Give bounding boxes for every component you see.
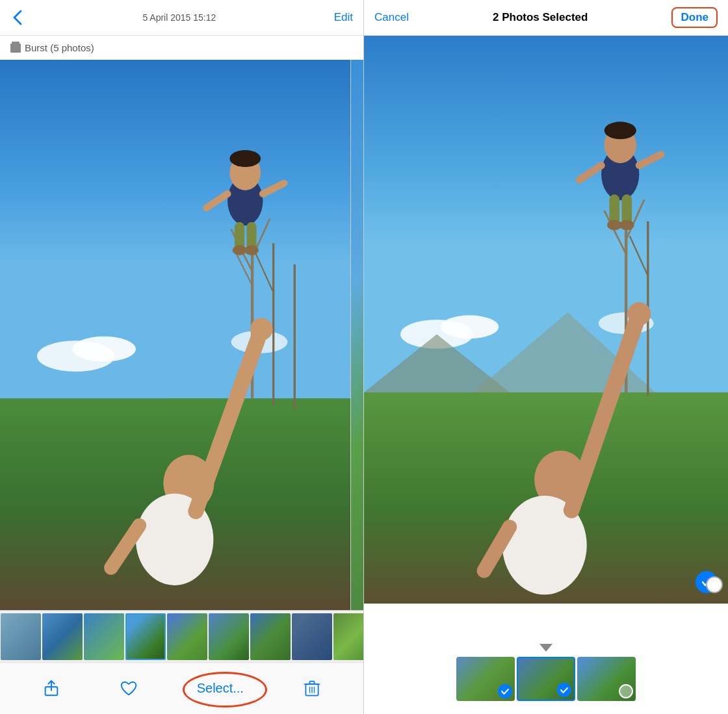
thumbnail-4[interactable] — [125, 613, 166, 660]
action-bar: Select... — [0, 662, 363, 714]
thumbnail-9[interactable] — [333, 613, 363, 660]
right-bottom-area — [364, 604, 728, 714]
thumb-check-icon-1 — [500, 687, 510, 696]
back-button[interactable] — [10, 8, 25, 27]
thumb-check-icon-2 — [560, 685, 569, 695]
heart-icon — [120, 680, 138, 698]
right-panel: Cancel 2 Photos Selected Done — [364, 0, 728, 714]
thumbnail-1[interactable] — [1, 613, 41, 660]
select-button[interactable]: Select... — [197, 681, 244, 696]
thumb-checkmark-1 — [498, 684, 512, 698]
right-photo-svg — [364, 36, 728, 604]
edit-button[interactable]: Edit — [334, 11, 353, 24]
main-photo-left — [0, 60, 363, 610]
svg-point-22 — [244, 246, 259, 255]
left-photo-image — [0, 60, 363, 610]
left-photo-svg — [0, 60, 363, 610]
next-photo-peek — [350, 60, 363, 610]
right-thumb-3[interactable] — [577, 657, 636, 701]
thumbnail-5[interactable] — [167, 613, 207, 660]
left-panel: 5 April 2015 15:12 Edit Burst (5 photos) — [0, 0, 364, 714]
right-thumbnail-row — [456, 657, 636, 701]
select-label[interactable]: Select... — [197, 681, 244, 696]
burst-icon — [10, 44, 21, 53]
next-photo-indicator — [706, 576, 723, 593]
svg-point-50 — [627, 302, 651, 325]
thumbnail-6[interactable] — [209, 613, 249, 660]
photos-selected-label: 2 Photos Selected — [493, 11, 588, 24]
thumbnail-strip[interactable] — [0, 610, 363, 662]
right-thumb-1[interactable] — [456, 657, 515, 701]
share-button[interactable] — [42, 680, 60, 698]
burst-label: Burst (5 photos) — [25, 42, 94, 53]
trash-icon — [303, 680, 321, 698]
favorite-button[interactable] — [120, 680, 138, 698]
svg-point-24 — [229, 150, 261, 167]
right-header: Cancel 2 Photos Selected Done — [364, 0, 728, 36]
header-center: 5 April 2015 15:12 — [142, 12, 216, 23]
svg-point-37 — [441, 315, 499, 338]
svg-point-58 — [604, 121, 636, 139]
svg-point-56 — [619, 220, 634, 231]
svg-point-16 — [250, 318, 273, 340]
selection-arrow — [540, 644, 552, 652]
thumbnail-7[interactable] — [250, 613, 291, 660]
left-header: 5 April 2015 15:12 Edit — [0, 0, 363, 36]
thumb-empty-3 — [619, 684, 633, 698]
burst-info-bar: Burst (5 photos) — [0, 36, 363, 60]
right-photo-container — [364, 36, 728, 604]
delete-button[interactable] — [303, 680, 321, 698]
thumbnail-2[interactable] — [42, 613, 83, 660]
right-photo-area — [364, 36, 728, 604]
thumbnail-8[interactable] — [292, 613, 332, 660]
date-time-label: 5 April 2015 15:12 — [142, 12, 216, 23]
share-icon — [42, 680, 60, 698]
svg-rect-30 — [309, 681, 314, 683]
thumb-checkmark-2 — [557, 683, 571, 697]
right-thumb-2[interactable] — [517, 657, 575, 701]
thumbnail-3[interactable] — [84, 613, 124, 660]
svg-point-3 — [72, 337, 136, 362]
cancel-button[interactable]: Cancel — [374, 11, 409, 24]
done-button[interactable]: Done — [671, 7, 718, 28]
